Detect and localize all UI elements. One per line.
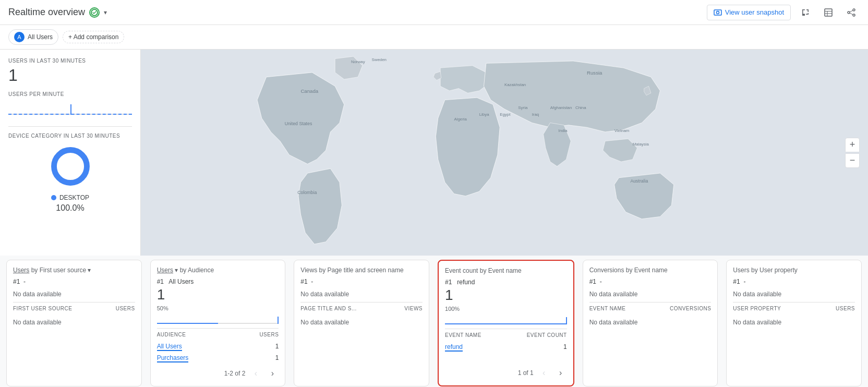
add-comparison-button[interactable]: + Add comparison xyxy=(63,31,124,43)
card-4-title: Event count by Event name xyxy=(445,267,567,274)
zoom-controls: + − xyxy=(845,138,860,168)
chart-bar xyxy=(70,104,71,115)
card-page-views: Views by Page title and screen name #1 -… xyxy=(294,260,429,386)
card-event-count: Event count by Event name #1 refund 1 10… xyxy=(438,260,574,386)
card-2-title-link[interactable]: Users xyxy=(157,267,173,274)
header-left: Realtime overview ▾ xyxy=(8,7,107,18)
audience-purchasers-link[interactable]: Purchasers xyxy=(157,354,189,362)
svg-text:Canada: Canada xyxy=(300,88,318,94)
card-2-title: Users ▾ by Audience xyxy=(157,267,279,274)
cards-row: Users by First user source ▾ #1 - No dat… xyxy=(0,256,868,387)
card-6-title: Users by User property xyxy=(733,267,855,274)
header: Realtime overview ▾ View user snapshot xyxy=(0,0,868,25)
next-page-button[interactable]: › xyxy=(266,367,279,380)
card-user-property: Users by User property #1 - No data avai… xyxy=(726,260,862,386)
card-first-user-source: Users by First user source ▾ #1 - No dat… xyxy=(6,260,142,386)
users-30min-value: 1 xyxy=(8,66,132,85)
share-icon[interactable] xyxy=(843,4,860,21)
card-6-nodata-top: No data available xyxy=(733,286,855,302)
svg-text:Afghanistan: Afghanistan xyxy=(550,105,572,110)
svg-text:Libya: Libya xyxy=(479,112,489,117)
card-1-nodata-top: No data available xyxy=(13,286,135,302)
world-map: Canada United States Colombia Norway Swe… xyxy=(141,50,868,256)
svg-point-8 xyxy=(848,11,850,14)
card-1-nodata-table: No data available xyxy=(13,315,135,330)
event-refund-link[interactable]: refund xyxy=(445,343,463,352)
card-4-footer: 1 of 1 ‹ › xyxy=(445,367,567,379)
card-3-rank: #1 - xyxy=(300,278,423,285)
svg-text:China: China xyxy=(575,105,586,110)
svg-rect-1 xyxy=(714,10,721,15)
card-2-pct: 50% xyxy=(157,305,279,311)
zoom-out-button[interactable]: − xyxy=(845,153,860,168)
all-users-label: All Users xyxy=(28,33,53,41)
header-right: View user snapshot xyxy=(707,4,860,21)
svg-text:Kazakhstan: Kazakhstan xyxy=(504,82,526,87)
card-5-title: Conversions by Event name xyxy=(589,267,712,274)
zoom-in-button[interactable]: + xyxy=(845,138,860,152)
legend-desktop-dot xyxy=(51,195,56,200)
donut-chart xyxy=(47,143,94,190)
table-row: Purchasers 1 xyxy=(157,352,279,364)
card-6-rank: #1 - xyxy=(733,278,855,285)
expand-icon[interactable] xyxy=(797,4,814,21)
avatar: A xyxy=(14,32,25,42)
svg-point-13 xyxy=(54,150,87,183)
next-page-button[interactable]: › xyxy=(554,367,567,379)
card-3-nodata-table: No data available xyxy=(300,315,423,330)
card-5-table-header: EVENT NAME CONVERSIONS xyxy=(589,302,712,315)
card-3-nodata-top: No data available xyxy=(300,286,423,302)
legend-desktop-label: DESKTOP xyxy=(59,194,89,201)
card-3-title: Views by Page title and screen name xyxy=(300,267,423,274)
svg-text:Egypt: Egypt xyxy=(500,112,511,117)
svg-rect-3 xyxy=(825,9,832,16)
svg-text:Sweden: Sweden xyxy=(371,57,386,62)
card-2-rank: #1 All Users xyxy=(157,278,279,285)
prev-page-button[interactable]: ‹ xyxy=(249,367,262,380)
world-map-svg: Canada United States Colombia Norway Swe… xyxy=(141,50,868,256)
audience-all-users-link[interactable]: All Users xyxy=(157,343,182,351)
legend-desktop-pct: 100.0% xyxy=(56,203,84,213)
card-4-pct: 100% xyxy=(445,306,567,312)
users-per-minute-chart xyxy=(8,99,132,120)
device-category-label: DEVICE CATEGORY IN LAST 30 MINUTES xyxy=(8,133,132,139)
svg-point-9 xyxy=(853,14,855,16)
card-1-table-header: FIRST USER SOURCE USERS xyxy=(13,302,135,315)
table-icon[interactable] xyxy=(820,4,837,21)
card-1-rank: #1 - xyxy=(13,278,135,285)
users-30min-label: USERS IN LAST 30 MINUTES xyxy=(8,58,132,64)
card-1-title: Users by First user source ▾ xyxy=(13,267,135,274)
card-2-value: 1 xyxy=(157,286,279,303)
table-row: All Users 1 xyxy=(157,341,279,352)
svg-line-10 xyxy=(850,10,853,12)
svg-text:Algeria: Algeria xyxy=(454,117,467,122)
dropdown-arrow-icon[interactable]: ▾ xyxy=(104,9,107,16)
filter-bar: A All Users + Add comparison xyxy=(0,25,868,50)
users-per-minute-label: USERS PER MINUTE xyxy=(8,91,132,97)
svg-text:India: India xyxy=(559,128,568,133)
card-2-bar xyxy=(157,313,279,324)
card-4-rank: #1 refund xyxy=(445,279,567,286)
table-row: refund 1 xyxy=(445,341,567,353)
card-3-table-header: PAGE TITLE AND S... VIEWS xyxy=(300,302,423,315)
card-4-table-header: EVENT NAME EVENT COUNT xyxy=(445,329,567,341)
view-snapshot-button[interactable]: View user snapshot xyxy=(707,5,791,20)
svg-text:Syria: Syria xyxy=(518,105,528,110)
svg-text:Australia: Australia xyxy=(630,178,648,184)
card-2-footer: 1-2 of 2 ‹ › xyxy=(157,367,279,380)
card-1-title-link[interactable]: Users xyxy=(13,267,29,274)
card-2-table-header: AUDIENCE USERS xyxy=(157,328,279,341)
left-panel: USERS IN LAST 30 MINUTES 1 USERS PER MIN… xyxy=(0,50,141,256)
card-6-table-header: USER PROPERTY USERS xyxy=(733,302,855,315)
svg-text:Malaysia: Malaysia xyxy=(633,142,649,147)
card-conversions: Conversions by Event name #1 - No data a… xyxy=(583,260,718,386)
all-users-filter[interactable]: A All Users xyxy=(8,29,58,45)
svg-text:Colombia: Colombia xyxy=(297,190,317,195)
page-title: Realtime overview xyxy=(8,7,85,18)
svg-line-11 xyxy=(850,13,853,15)
svg-point-7 xyxy=(853,9,855,11)
prev-page-button[interactable]: ‹ xyxy=(538,367,550,379)
card-6-nodata-table: No data available xyxy=(733,315,855,330)
svg-text:Vietnam: Vietnam xyxy=(614,128,630,133)
svg-text:Norway: Norway xyxy=(351,59,365,64)
